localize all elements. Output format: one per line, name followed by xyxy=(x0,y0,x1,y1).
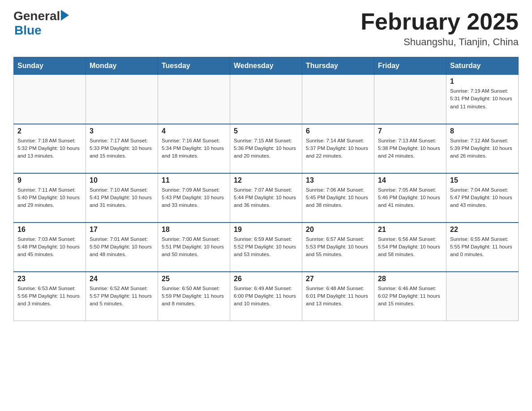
header-day-tuesday: Tuesday xyxy=(158,57,230,75)
calendar-cell: 21Sunrise: 6:56 AM Sunset: 5:54 PM Dayli… xyxy=(374,223,446,272)
day-number: 20 xyxy=(306,226,370,234)
calendar-subtitle: Shuangshu, Tianjin, China xyxy=(360,36,519,48)
day-info: Sunrise: 7:01 AM Sunset: 5:50 PM Dayligh… xyxy=(90,235,154,259)
day-info: Sunrise: 6:53 AM Sunset: 5:56 PM Dayligh… xyxy=(17,285,82,308)
calendar-title: February 2025 xyxy=(360,9,519,34)
day-info: Sunrise: 6:57 AM Sunset: 5:53 PM Dayligh… xyxy=(306,235,370,259)
day-number: 10 xyxy=(90,176,154,184)
day-info: Sunrise: 7:16 AM Sunset: 5:34 PM Dayligh… xyxy=(162,137,226,160)
week-row-4: 16Sunrise: 7:03 AM Sunset: 5:48 PM Dayli… xyxy=(14,223,519,272)
day-number: 7 xyxy=(378,127,442,135)
calendar-cell: 8Sunrise: 7:12 AM Sunset: 5:39 PM Daylig… xyxy=(446,124,519,173)
day-info: Sunrise: 6:49 AM Sunset: 6:00 PM Dayligh… xyxy=(234,285,298,308)
calendar-cell: 10Sunrise: 7:10 AM Sunset: 5:41 PM Dayli… xyxy=(86,173,158,223)
day-number: 8 xyxy=(450,127,515,135)
day-info: Sunrise: 7:03 AM Sunset: 5:48 PM Dayligh… xyxy=(17,235,82,259)
day-number: 18 xyxy=(162,226,226,234)
week-row-5: 23Sunrise: 6:53 AM Sunset: 5:56 PM Dayli… xyxy=(14,272,519,321)
page-header: General Blue February 2025 Shuangshu, Ti… xyxy=(13,9,519,48)
day-info: Sunrise: 7:05 AM Sunset: 5:46 PM Dayligh… xyxy=(378,186,442,210)
day-number: 4 xyxy=(162,127,226,135)
day-info: Sunrise: 7:14 AM Sunset: 5:37 PM Dayligh… xyxy=(306,137,370,160)
day-info: Sunrise: 6:59 AM Sunset: 5:52 PM Dayligh… xyxy=(234,235,298,259)
day-info: Sunrise: 7:00 AM Sunset: 5:51 PM Dayligh… xyxy=(162,235,226,259)
day-info: Sunrise: 6:50 AM Sunset: 5:59 PM Dayligh… xyxy=(162,285,226,308)
day-info: Sunrise: 6:55 AM Sunset: 5:55 PM Dayligh… xyxy=(450,235,515,259)
day-number: 15 xyxy=(450,176,515,184)
header-day-monday: Monday xyxy=(86,57,158,75)
header-day-saturday: Saturday xyxy=(446,57,519,75)
calendar-cell xyxy=(446,272,519,321)
logo-arrow-icon xyxy=(61,10,69,21)
day-info: Sunrise: 7:17 AM Sunset: 5:33 PM Dayligh… xyxy=(90,137,154,160)
day-number: 11 xyxy=(162,176,226,184)
calendar-cell xyxy=(374,75,446,124)
calendar-cell: 6Sunrise: 7:14 AM Sunset: 5:37 PM Daylig… xyxy=(302,124,374,173)
week-row-3: 9Sunrise: 7:11 AM Sunset: 5:40 PM Daylig… xyxy=(14,173,519,223)
day-info: Sunrise: 7:15 AM Sunset: 5:36 PM Dayligh… xyxy=(234,137,298,160)
day-info: Sunrise: 7:04 AM Sunset: 5:47 PM Dayligh… xyxy=(450,186,515,210)
calendar-cell: 25Sunrise: 6:50 AM Sunset: 5:59 PM Dayli… xyxy=(158,272,230,321)
calendar-cell: 17Sunrise: 7:01 AM Sunset: 5:50 PM Dayli… xyxy=(86,223,158,272)
day-info: Sunrise: 6:48 AM Sunset: 6:01 PM Dayligh… xyxy=(306,285,370,308)
day-number: 1 xyxy=(450,77,515,86)
day-info: Sunrise: 7:18 AM Sunset: 5:32 PM Dayligh… xyxy=(17,137,82,160)
day-number: 27 xyxy=(306,275,370,283)
week-row-2: 2Sunrise: 7:18 AM Sunset: 5:32 PM Daylig… xyxy=(14,124,519,173)
calendar-cell: 16Sunrise: 7:03 AM Sunset: 5:48 PM Dayli… xyxy=(14,223,86,272)
day-info: Sunrise: 7:07 AM Sunset: 5:44 PM Dayligh… xyxy=(234,186,298,210)
calendar-cell: 22Sunrise: 6:55 AM Sunset: 5:55 PM Dayli… xyxy=(446,223,519,272)
header-day-wednesday: Wednesday xyxy=(230,57,302,75)
calendar-cell: 23Sunrise: 6:53 AM Sunset: 5:56 PM Dayli… xyxy=(14,272,86,321)
calendar-table: SundayMondayTuesdayWednesdayThursdayFrid… xyxy=(13,57,519,321)
day-number: 21 xyxy=(378,226,442,234)
day-info: Sunrise: 6:52 AM Sunset: 5:57 PM Dayligh… xyxy=(90,285,154,308)
calendar-cell xyxy=(230,75,302,124)
day-info: Sunrise: 6:56 AM Sunset: 5:54 PM Dayligh… xyxy=(378,235,442,259)
calendar-cell: 5Sunrise: 7:15 AM Sunset: 5:36 PM Daylig… xyxy=(230,124,302,173)
day-info: Sunrise: 7:09 AM Sunset: 5:43 PM Dayligh… xyxy=(162,186,226,210)
calendar-cell: 9Sunrise: 7:11 AM Sunset: 5:40 PM Daylig… xyxy=(14,173,86,223)
day-number: 25 xyxy=(162,275,226,283)
day-number: 17 xyxy=(90,226,154,234)
calendar-cell: 4Sunrise: 7:16 AM Sunset: 5:34 PM Daylig… xyxy=(158,124,230,173)
day-number: 22 xyxy=(450,226,515,234)
calendar-cell: 2Sunrise: 7:18 AM Sunset: 5:32 PM Daylig… xyxy=(14,124,86,173)
calendar-cell: 12Sunrise: 7:07 AM Sunset: 5:44 PM Dayli… xyxy=(230,173,302,223)
calendar-cell: 27Sunrise: 6:48 AM Sunset: 6:01 PM Dayli… xyxy=(302,272,374,321)
day-info: Sunrise: 7:19 AM Sunset: 5:31 PM Dayligh… xyxy=(450,87,515,111)
logo-general-text: General xyxy=(13,9,60,23)
day-number: 28 xyxy=(378,275,442,283)
day-number: 5 xyxy=(234,127,298,135)
calendar-cell: 15Sunrise: 7:04 AM Sunset: 5:47 PM Dayli… xyxy=(446,173,519,223)
header-day-friday: Friday xyxy=(374,57,446,75)
logo: General Blue xyxy=(13,9,69,38)
calendar-cell xyxy=(302,75,374,124)
calendar-cell: 1Sunrise: 7:19 AM Sunset: 5:31 PM Daylig… xyxy=(446,75,519,124)
calendar-cell xyxy=(158,75,230,124)
calendar-cell: 7Sunrise: 7:13 AM Sunset: 5:38 PM Daylig… xyxy=(374,124,446,173)
header-day-sunday: Sunday xyxy=(14,57,86,75)
day-info: Sunrise: 6:46 AM Sunset: 6:02 PM Dayligh… xyxy=(378,285,442,308)
header-day-thursday: Thursday xyxy=(302,57,374,75)
calendar-cell xyxy=(86,75,158,124)
calendar-cell: 11Sunrise: 7:09 AM Sunset: 5:43 PM Dayli… xyxy=(158,173,230,223)
calendar-cell: 28Sunrise: 6:46 AM Sunset: 6:02 PM Dayli… xyxy=(374,272,446,321)
day-number: 14 xyxy=(378,176,442,184)
header-row: SundayMondayTuesdayWednesdayThursdayFrid… xyxy=(14,57,519,75)
calendar-cell: 24Sunrise: 6:52 AM Sunset: 5:57 PM Dayli… xyxy=(86,272,158,321)
logo-blue-text: Blue xyxy=(14,23,69,38)
day-info: Sunrise: 7:13 AM Sunset: 5:38 PM Dayligh… xyxy=(378,137,442,160)
calendar-cell: 19Sunrise: 6:59 AM Sunset: 5:52 PM Dayli… xyxy=(230,223,302,272)
week-row-1: 1Sunrise: 7:19 AM Sunset: 5:31 PM Daylig… xyxy=(14,75,519,124)
day-number: 23 xyxy=(17,275,82,283)
calendar-cell: 20Sunrise: 6:57 AM Sunset: 5:53 PM Dayli… xyxy=(302,223,374,272)
day-number: 9 xyxy=(17,176,82,184)
day-number: 2 xyxy=(17,127,82,135)
title-section: February 2025 Shuangshu, Tianjin, China xyxy=(360,9,519,48)
day-number: 19 xyxy=(234,226,298,234)
calendar-cell: 13Sunrise: 7:06 AM Sunset: 5:45 PM Dayli… xyxy=(302,173,374,223)
calendar-cell: 26Sunrise: 6:49 AM Sunset: 6:00 PM Dayli… xyxy=(230,272,302,321)
day-number: 3 xyxy=(90,127,154,135)
day-info: Sunrise: 7:06 AM Sunset: 5:45 PM Dayligh… xyxy=(306,186,370,210)
